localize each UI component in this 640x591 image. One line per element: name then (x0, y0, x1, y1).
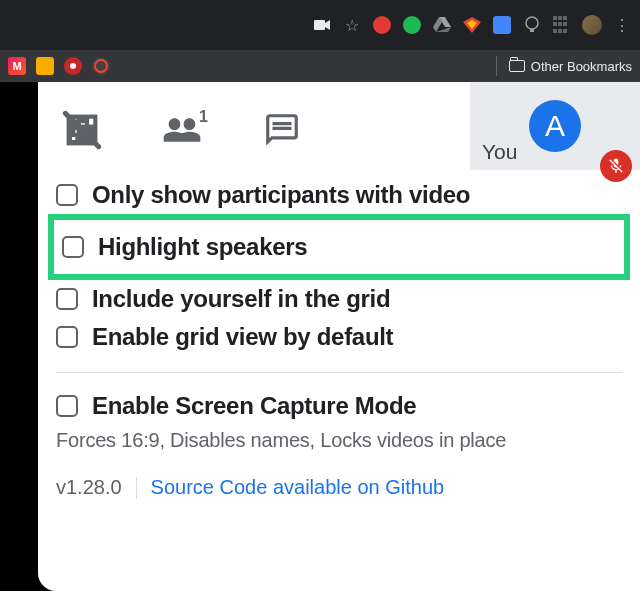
bulb-icon[interactable] (522, 15, 542, 35)
star-icon[interactable]: ☆ (342, 15, 362, 35)
more-menu-icon[interactable]: ⋮ (612, 15, 632, 35)
self-tile-label: You (482, 140, 517, 164)
option-enable-default[interactable]: Enable grid view by default (56, 318, 622, 356)
option-only-video[interactable]: Only show participants with video (56, 176, 622, 214)
footer-row: v1.28.0 Source Code available on Github (56, 476, 622, 499)
bookmark-notes-icon[interactable] (36, 57, 54, 75)
people-icon[interactable]: 1 (162, 110, 202, 150)
grammarly-icon[interactable] (402, 15, 422, 35)
source-link[interactable]: Source Code available on Github (151, 476, 445, 499)
option-label: Include yourself in the grid (92, 285, 390, 313)
option-label: Enable grid view by default (92, 323, 393, 351)
option-screen-capture[interactable]: Enable Screen Capture Mode (56, 387, 622, 425)
chat-icon[interactable] (262, 110, 302, 150)
bookmarks-bar: M Other Bookmarks (0, 50, 640, 82)
drive-icon[interactable] (432, 15, 452, 35)
divider (496, 56, 497, 76)
profile-avatar-icon[interactable] (582, 15, 602, 35)
self-video-tile[interactable]: A You (470, 82, 640, 170)
other-bookmarks-button[interactable]: Other Bookmarks (496, 56, 632, 76)
bookmark-netflix-icon[interactable] (92, 57, 110, 75)
camera-icon[interactable] (312, 15, 332, 35)
svg-point-1 (526, 17, 538, 29)
option-highlight-speakers[interactable]: Highlight speakers (62, 228, 616, 266)
version-label: v1.28.0 (56, 476, 122, 499)
other-bookmarks-label: Other Bookmarks (531, 59, 632, 74)
grid-off-icon[interactable] (62, 110, 102, 150)
checkbox[interactable] (56, 288, 78, 310)
option-label: Only show participants with video (92, 181, 470, 209)
apps-grid-icon[interactable] (552, 15, 572, 35)
folder-icon (509, 60, 525, 72)
option-label: Enable Screen Capture Mode (92, 392, 416, 420)
browser-toolbar: ☆ ⋮ (0, 0, 640, 50)
avatar: A (529, 100, 581, 152)
svg-rect-0 (314, 20, 325, 30)
bookmark-myntra-icon[interactable]: M (8, 57, 26, 75)
checkbox[interactable] (56, 395, 78, 417)
options-list: Only show participants with video Highli… (38, 176, 640, 499)
superhero-icon[interactable] (462, 15, 482, 35)
option-description: Forces 16:9, Disables names, Locks video… (56, 429, 622, 452)
checkbox[interactable] (62, 236, 84, 258)
highlight-annotation: Highlight speakers (48, 214, 630, 280)
svg-rect-2 (530, 29, 534, 32)
extension-panel: A You 1 Only show participants with vide… (38, 82, 640, 591)
separator (56, 372, 622, 373)
mic-muted-icon[interactable] (600, 150, 632, 182)
divider (136, 477, 137, 499)
shield-icon[interactable] (372, 15, 392, 35)
option-label: Highlight speakers (98, 233, 307, 261)
library-icon[interactable] (492, 15, 512, 35)
checkbox[interactable] (56, 326, 78, 348)
content-area: A You 1 Only show participants with vide… (0, 82, 640, 591)
bookmark-youtube-music-icon[interactable] (64, 57, 82, 75)
option-include-yourself[interactable]: Include yourself in the grid (56, 280, 622, 318)
checkbox[interactable] (56, 184, 78, 206)
people-count-badge: 1 (199, 108, 208, 126)
